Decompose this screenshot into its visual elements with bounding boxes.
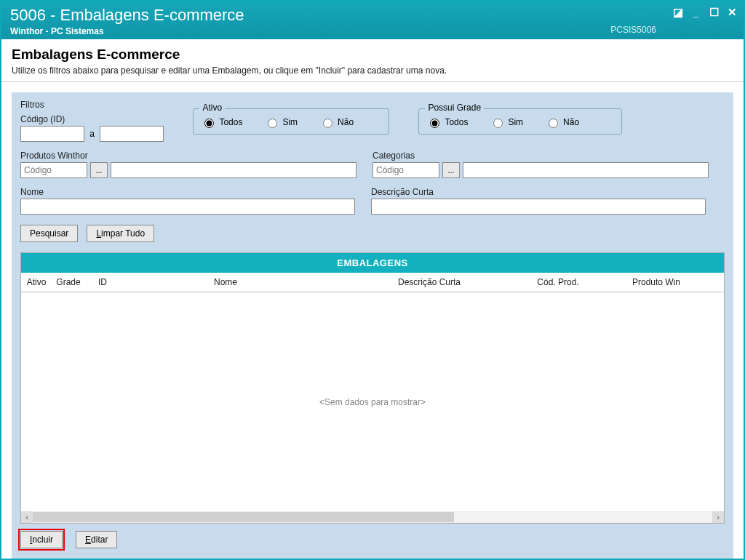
grade-sim[interactable]: Sim — [490, 116, 523, 128]
codigo-sep: a — [89, 129, 95, 139]
scroll-right-icon[interactable]: › — [712, 511, 724, 523]
grid-body: <Sem dados para mostrar> — [21, 292, 724, 511]
maximize-icon[interactable]: ☐ — [709, 6, 720, 19]
grid-hscroll[interactable]: ‹ › — [21, 511, 724, 523]
scroll-thumb[interactable] — [33, 512, 454, 522]
col-prod[interactable]: Produto Win — [589, 273, 724, 292]
page-instruction: Utilize os filtros abaixo para pesquisar… — [12, 65, 733, 76]
page-header: Embalagens E-commerce Utilize os filtros… — [1, 39, 744, 82]
produtos-group: Produtos Winthor ... — [20, 151, 356, 178]
minimize-icon[interactable]: _ — [690, 6, 701, 19]
ativo-nao[interactable]: Não — [319, 116, 354, 128]
nome-input[interactable] — [20, 199, 355, 215]
no-data-label: <Sem dados para mostrar> — [319, 397, 426, 407]
page-title: Embalagens E-commerce — [12, 47, 733, 63]
incluir-button[interactable]: Incluir — [20, 531, 63, 548]
produtos-code-input[interactable] — [20, 162, 87, 178]
descricao-group: Descrição Curta — [371, 187, 706, 215]
codigo-to-input[interactable] — [100, 126, 164, 142]
col-desc[interactable]: Descrição Curta — [331, 273, 527, 292]
grade-sim-label: Sim — [508, 117, 523, 127]
categorias-group: Categorias ... — [372, 151, 709, 178]
codigo-group: Código (ID) a — [20, 114, 164, 142]
col-ativo[interactable]: Ativo — [21, 273, 52, 292]
categorias-desc-input[interactable] — [463, 162, 709, 178]
action-row: Incluir Editar — [20, 531, 725, 548]
col-grade[interactable]: Grade — [52, 273, 85, 292]
pesquisar-button[interactable]: Pesquisar — [20, 225, 78, 242]
ativo-todos[interactable]: Todos — [201, 116, 242, 128]
descricao-label: Descrição Curta — [371, 187, 706, 197]
grade-fieldset: Possui Grade Todos Sim Não — [418, 108, 622, 135]
content-area: Embalagens E-commerce Utilize os filtros… — [1, 39, 744, 559]
categorias-code-input[interactable] — [372, 162, 439, 178]
scroll-left-icon[interactable]: ‹ — [21, 511, 33, 523]
grid-title: EMBALAGENS — [21, 253, 724, 273]
filters-box: Filtros Código (ID) a Ativo Todos Sim N — [20, 100, 725, 242]
limpar-label: impar Tudo — [101, 228, 145, 239]
filters-row-3: Nome Descrição Curta — [20, 187, 725, 215]
col-nome[interactable]: Nome — [120, 273, 331, 292]
produtos-lookup-button[interactable]: ... — [90, 162, 108, 178]
close-icon[interactable]: ✕ — [727, 6, 738, 19]
filters-row-1: Código (ID) a Ativo Todos Sim Não — [20, 114, 725, 142]
nome-group: Nome — [20, 187, 355, 215]
ativo-todos-label: Todos — [219, 117, 242, 127]
results-grid: EMBALAGENS Ativo Grade ID Nome Descrição… — [20, 252, 725, 524]
grade-nao[interactable]: Não — [545, 116, 579, 128]
module-code: PCSIS5006 — [610, 25, 656, 35]
ativo-sim-label: Sim — [282, 117, 298, 127]
codigo-label: Código (ID) — [20, 114, 164, 124]
editar-button[interactable]: Editar — [76, 531, 117, 548]
grade-legend: Possui Grade — [425, 103, 484, 113]
popout-icon[interactable]: ◪ — [672, 6, 683, 19]
pesquisar-label: Pesquisar — [30, 228, 68, 239]
descricao-input[interactable] — [371, 199, 706, 215]
grid-header: Ativo Grade ID Nome Descrição Curta Cód.… — [21, 273, 724, 292]
filters-row-2: Produtos Winthor ... Categorias ... — [20, 151, 725, 178]
ativo-fieldset: Ativo Todos Sim Não — [193, 108, 389, 135]
grade-todos[interactable]: Todos — [426, 116, 468, 128]
col-cod[interactable]: Cód. Prod. — [527, 273, 589, 292]
app-window: 5006 - Embalagens E-commerce Winthor - P… — [0, 0, 745, 560]
nome-label: Nome — [20, 187, 355, 197]
limpar-button[interactable]: Limpar Tudo — [87, 225, 154, 242]
col-id[interactable]: ID — [85, 273, 120, 292]
grade-todos-label: Todos — [445, 117, 468, 127]
categorias-lookup-button[interactable]: ... — [442, 162, 460, 178]
codigo-from-input[interactable] — [20, 126, 84, 142]
body-area: Filtros Código (ID) a Ativo Todos Sim N — [12, 92, 733, 559]
filter-buttons: Pesquisar Limpar Tudo — [20, 225, 725, 242]
ativo-nao-label: Não — [338, 117, 354, 127]
categorias-label: Categorias — [372, 151, 709, 161]
title-bar: 5006 - Embalagens E-commerce Winthor - P… — [1, 1, 744, 39]
window-buttons: ◪ _ ☐ ✕ — [672, 6, 738, 19]
ativo-legend: Ativo — [199, 103, 225, 113]
ativo-sim[interactable]: Sim — [264, 116, 298, 128]
produtos-label: Produtos Winthor — [20, 151, 356, 161]
incluir-label: ncluir — [32, 535, 53, 545]
grade-nao-label: Não — [563, 117, 579, 127]
produtos-desc-input[interactable] — [111, 162, 356, 178]
window-title: 5006 - Embalagens E-commerce — [10, 6, 736, 25]
editar-label: ditar — [91, 535, 108, 545]
scroll-track[interactable] — [33, 512, 712, 522]
